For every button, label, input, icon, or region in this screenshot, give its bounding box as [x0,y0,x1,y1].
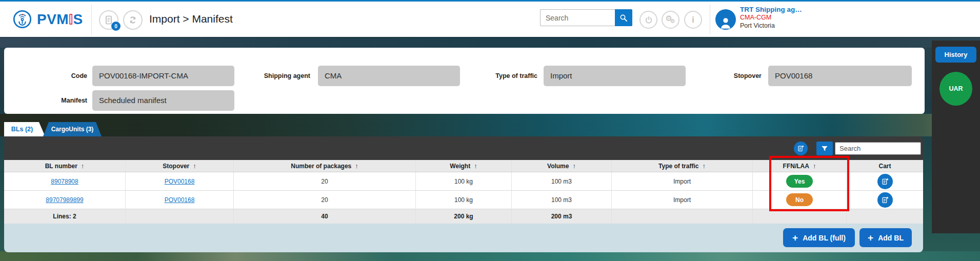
history-button[interactable]: History [935,47,976,63]
global-search-input[interactable] [540,9,615,26]
gears-icon: ⚙ ⚙ [666,15,676,25]
col-header-cart: Cart [847,160,923,172]
tab-cargounits[interactable]: CargoUnits (3) [43,122,102,136]
sort-arrow-icon[interactable]: ↑ [81,162,85,170]
header-divider [710,5,710,34]
bl-table-panel: BL number↑ Stopover↑ Number of packages↑… [4,136,923,252]
right-side-panel: History UAR [932,41,980,233]
stopover-link[interactable]: POV00168 [165,178,195,185]
bl-number-link[interactable]: 89078908 [51,178,78,185]
sort-arrow-icon[interactable]: ↑ [813,162,816,170]
code-label: Code [24,72,87,79]
brand-name: PVMIS [37,11,83,28]
user-avatar[interactable] [715,9,736,30]
type-of-traffic-input[interactable]: Import [544,66,686,86]
weight-value: 100 kg [416,172,512,190]
user-company: CMA-CGM [740,14,802,22]
weight-total: 200 kg [416,209,512,224]
power-icon [644,15,653,25]
packages-value: 20 [234,191,416,209]
note-add-icon [881,177,889,186]
field-stopover: Stopover POV00168 [700,66,912,86]
edit-bl-button[interactable] [794,142,808,155]
table-row: 89078908 POV00168 20 100 kg 100 m3 Impor… [4,172,923,191]
search-icon [619,13,628,23]
table-header-row: BL number↑ Stopover↑ Number of packages↑… [4,160,923,172]
type-of-traffic-label: Type of traffic [471,72,537,79]
packages-value: 20 [234,172,416,190]
traffic-value: Import [612,191,753,209]
manifest-label: Manifest [24,97,87,104]
background-photo-shore [0,114,980,136]
col-header-type-of-traffic[interactable]: Type of traffic↑ [612,160,753,172]
stopover-input[interactable]: POV00168 [768,66,912,86]
traffic-value: Import [612,172,753,190]
sort-arrow-icon[interactable]: ↑ [474,162,477,170]
info-icon: i [692,15,694,25]
background-photo-marina [0,251,980,261]
sort-arrow-icon[interactable]: ↑ [702,162,706,170]
header-divider [91,5,92,34]
col-header-packages[interactable]: Number of packages↑ [234,160,416,172]
weight-value: 100 kg [416,191,512,209]
add-to-cart-button[interactable] [877,174,893,189]
col-header-bl-number[interactable]: BL number↑ [4,160,126,172]
refresh-icon [128,15,138,25]
field-manifest: Manifest Scheduled manifest [24,90,234,111]
stopover-link[interactable]: POV00168 [165,196,195,204]
documents-button[interactable]: 0 [99,10,118,30]
sort-arrow-icon[interactable]: ↑ [355,162,358,170]
user-location: Port Victoria [740,22,802,30]
table-footer-row: Lines: 2 40 200 kg 200 m3 [4,209,923,224]
filter-funnel-icon [821,145,829,153]
background-photo-sky [0,37,980,48]
sort-arrow-icon[interactable]: ↑ [193,162,196,170]
field-type-of-traffic: Type of traffic Import [471,66,686,86]
table-row: 89707989899 POV00168 20 100 kg 100 m3 Im… [4,191,923,209]
brand[interactable]: PVMIS [13,10,83,29]
field-code: Code POV00168-IMPORT-CMA [24,66,234,86]
col-header-ffn-laa[interactable]: FFN/LAA↑ [753,160,847,172]
settings-button[interactable]: ⚙ ⚙ [662,11,679,29]
tab-bls[interactable]: BLs (2) [4,122,45,136]
field-shipping-agent: Shipping agent CMA [244,66,460,86]
filter-button[interactable] [816,142,833,155]
add-bl-full-button[interactable]: + Add BL (full) [783,228,855,247]
user-name: TRT Shipping ag… [740,5,802,14]
note-add-icon [797,145,805,152]
shipping-agent-label: Shipping agent [244,72,310,79]
col-header-weight[interactable]: Weight↑ [416,160,512,172]
packages-total: 40 [234,209,416,224]
add-to-cart-button[interactable] [877,192,893,208]
code-input[interactable]: POV00168-IMPORT-CMA [92,66,234,86]
global-search [540,9,632,26]
table-toolbar [4,136,923,160]
bl-number-link[interactable]: 89707989899 [46,196,83,204]
uar-status-circle[interactable]: UAR [939,72,972,106]
pvmis-anchor-logo-icon [13,10,32,29]
documents-count-badge: 0 [111,22,121,31]
global-search-button[interactable] [615,9,632,26]
manifest-input[interactable]: Scheduled manifest [92,90,234,111]
info-button[interactable]: i [684,11,702,29]
user-info[interactable]: TRT Shipping ag… CMA-CGM Port Victoria [740,5,802,30]
stopover-label: Stopover [700,72,762,79]
sort-arrow-icon[interactable]: ↑ [572,162,576,170]
refresh-button[interactable] [123,10,143,30]
volume-value: 100 m3 [512,191,612,209]
shipping-agent-input[interactable]: CMA [318,66,460,86]
col-header-stopover[interactable]: Stopover↑ [126,160,234,172]
pvmis-app: PVMIS 0 Import > Manifest [0,0,980,261]
add-bl-button[interactable]: + Add BL [859,228,912,247]
person-icon [718,15,733,30]
top-header: PVMIS 0 Import > Manifest [0,0,980,37]
volume-total: 200 m3 [512,209,612,224]
page-title: Import > Manifest [149,13,233,25]
manifest-details-card: Code POV00168-IMPORT-CMA Shipping agent … [4,48,925,114]
volume-value: 100 m3 [512,172,612,190]
table-search-input[interactable] [835,142,921,155]
ffn-laa-badge: Yes [786,175,813,188]
logout-button[interactable] [639,11,657,29]
plus-icon: + [792,233,798,243]
col-header-volume[interactable]: Volume↑ [512,160,612,172]
